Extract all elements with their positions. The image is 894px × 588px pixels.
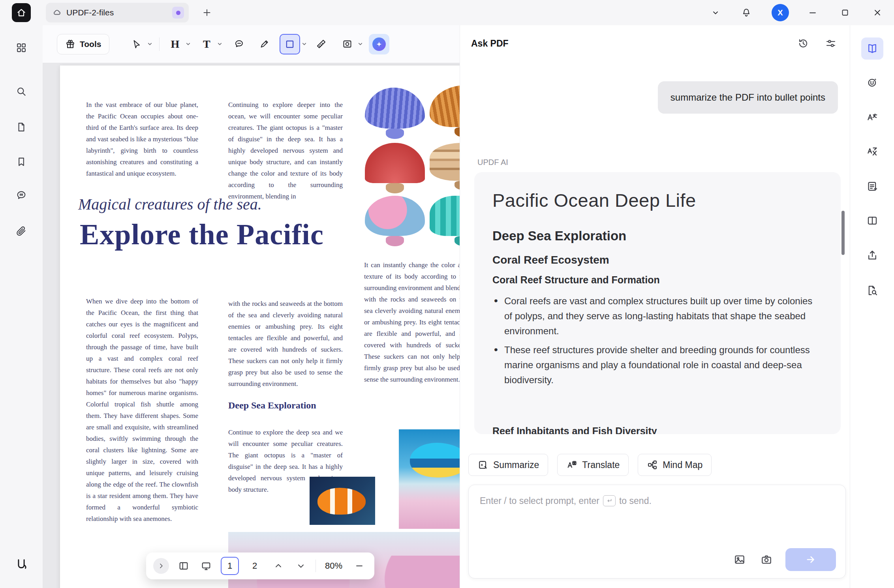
presentation-button[interactable] — [198, 558, 214, 574]
capture-icon — [342, 39, 353, 49]
mind-map-button[interactable]: Mind Map — [638, 454, 712, 476]
account-avatar[interactable]: X — [772, 4, 789, 21]
response-scrollbar[interactable] — [841, 211, 845, 255]
comments-button[interactable] — [13, 187, 30, 204]
coral-blob — [370, 556, 460, 588]
next-page-number: 2 — [252, 561, 257, 571]
next-page-button[interactable] — [293, 558, 309, 574]
updf-logo-icon — [15, 558, 28, 571]
pen-icon — [259, 39, 270, 49]
toolbar-divider — [316, 560, 316, 572]
bell-icon — [741, 7, 751, 18]
current-page-number: 1 — [227, 561, 232, 571]
maximize-button[interactable] — [836, 4, 854, 21]
bookmark-icon — [16, 156, 27, 167]
pdf-paragraph-6: It can instantly change the color and te… — [364, 259, 460, 385]
thumbnails-icon — [178, 560, 189, 571]
notifications-button[interactable] — [738, 4, 755, 21]
response-subsubsection-heading: Coral Reef Structure and Formation — [492, 274, 823, 286]
tools-button[interactable]: Tools — [57, 34, 109, 54]
ai-translate-button[interactable] — [864, 108, 881, 125]
user-message-bubble: summarize the PDF into bullet points — [658, 81, 838, 114]
toolbar-divider — [159, 37, 160, 51]
unsaved-indicator — [172, 7, 184, 19]
summarize-icon — [477, 459, 488, 470]
search-document-button[interactable] — [864, 282, 881, 299]
select-tool-button[interactable] — [128, 35, 146, 53]
split-view-icon — [866, 215, 878, 227]
cursor-icon — [131, 39, 142, 49]
attachments-button[interactable] — [13, 222, 30, 240]
summarize-button[interactable]: Summarize — [468, 454, 548, 476]
thumbnails-button[interactable] — [176, 558, 192, 574]
tropical-fish-photo — [399, 429, 460, 529]
screenshot-button[interactable] — [759, 552, 774, 567]
capture-tool-chevron[interactable] — [357, 41, 363, 47]
ai-assistant-button[interactable] — [864, 74, 881, 91]
close-icon — [873, 8, 882, 17]
current-page-box[interactable]: 1 — [221, 557, 239, 575]
comment-tool-button[interactable] — [230, 35, 248, 53]
zoom-level[interactable]: 80% — [323, 561, 345, 571]
select-tool-chevron[interactable] — [147, 41, 153, 47]
translate-alt-button[interactable] — [864, 142, 881, 160]
ai-sender-label: UPDF AI — [477, 158, 508, 167]
attachment-icon — [16, 225, 27, 236]
insert-image-button[interactable] — [732, 552, 748, 567]
export-button[interactable] — [864, 247, 881, 264]
translate-button[interactable]: Translate — [557, 454, 629, 476]
minimize-button[interactable] — [804, 4, 821, 21]
new-tab-button[interactable] — [199, 5, 215, 21]
history-button[interactable] — [795, 36, 811, 51]
send-button[interactable] — [785, 548, 836, 571]
window-menu-button[interactable] — [707, 4, 724, 21]
page-2-box[interactable]: 2 — [246, 557, 264, 575]
heading-tool-chevron[interactable] — [185, 41, 191, 47]
heading-tool-button[interactable]: H — [166, 35, 184, 53]
shape-tool-button[interactable] — [280, 34, 300, 54]
ai-summary-button[interactable] — [864, 178, 881, 195]
text-tool-button[interactable]: T — [197, 35, 216, 53]
unsaved-dot — [176, 11, 180, 15]
ai-note-icon — [866, 180, 878, 192]
clownfish — [317, 488, 366, 515]
settings-button[interactable] — [823, 36, 839, 51]
pdf-section-heading: Deep Sea Exploration — [228, 400, 316, 411]
bookmarks-button[interactable] — [13, 153, 30, 170]
coral-image-anemone — [365, 88, 425, 139]
left-sidebar — [0, 0, 43, 588]
reader-mode-button[interactable] — [861, 37, 883, 60]
shape-tool-group — [280, 34, 307, 54]
tab-title: UPDF-2-files — [66, 8, 114, 17]
updf-logo[interactable] — [13, 556, 30, 573]
clownfish-photo — [310, 477, 375, 525]
placeholder-suffix: to send. — [619, 496, 652, 506]
close-button[interactable] — [869, 4, 886, 21]
split-view-button[interactable] — [864, 212, 881, 229]
apps-grid-icon — [16, 42, 27, 53]
zoom-out-button[interactable] — [351, 558, 367, 574]
pdf-page[interactable]: In the vast embrace of our blue planet, … — [60, 66, 460, 588]
translate-alt-icon — [866, 145, 878, 157]
previous-page-button[interactable] — [270, 558, 286, 574]
pages-button[interactable] — [13, 118, 30, 136]
prompt-input[interactable]: Enter / to select prompt, enter to send. — [468, 485, 846, 579]
expand-toolbar-button[interactable] — [153, 558, 169, 574]
chevron-down-icon — [296, 561, 306, 571]
text-tool-chevron[interactable] — [217, 41, 223, 47]
select-tool-group — [128, 35, 153, 53]
shape-tool-chevron[interactable] — [301, 41, 307, 47]
response-bullet: Coral reefs are vast and complex structu… — [492, 294, 823, 339]
measure-tool-button[interactable] — [312, 35, 330, 53]
search-button[interactable] — [13, 83, 30, 100]
document-tab[interactable]: UPDF-2-files — [46, 3, 189, 22]
pen-tool-button[interactable] — [255, 35, 273, 53]
apps-grid-button[interactable] — [13, 39, 30, 56]
home-button[interactable] — [12, 3, 31, 22]
capture-tool-button[interactable] — [338, 35, 356, 53]
document-icon — [16, 122, 27, 133]
ai-tool-button[interactable] — [369, 34, 389, 54]
mind-map-label: Mind Map — [663, 460, 702, 470]
send-icon — [805, 554, 816, 565]
home-icon — [16, 7, 26, 18]
